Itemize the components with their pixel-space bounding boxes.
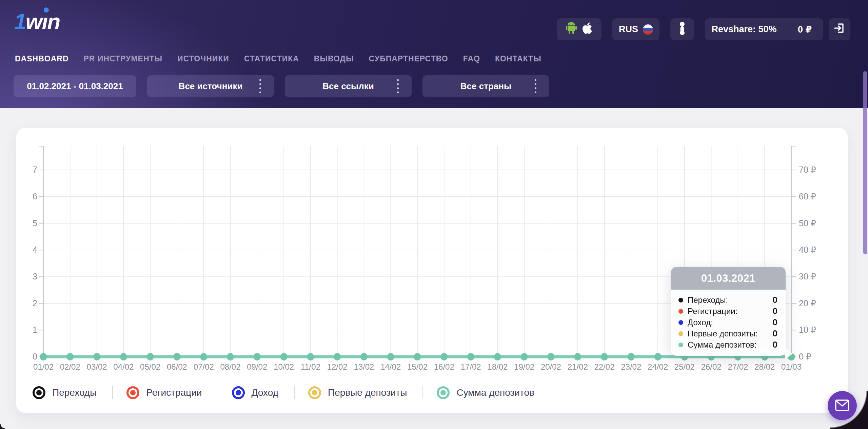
tooltip-value: 0: [773, 339, 777, 350]
legend-item-clicks[interactable]: Переходы: [33, 386, 97, 399]
filter-label: 01.02.2021 - 01.03.2021: [27, 81, 123, 92]
nav-item-subaffiliate[interactable]: СУБПАРТНЕРСТВО: [369, 54, 448, 63]
profile-button[interactable]: [670, 18, 694, 40]
legend-label: Первые депозиты: [328, 387, 407, 398]
main-nav: DASHBOARDPR ИНСТРУМЕНТЫИСТОЧНИКИСТАТИСТИ…: [15, 54, 541, 63]
series-dot-icon: [678, 309, 683, 314]
series-dot-icon: [678, 298, 683, 303]
nav-item-statistics[interactable]: СТАТИСТИКА: [244, 54, 299, 63]
filter-date-range[interactable]: 01.02.2021 - 01.03.2021: [14, 75, 136, 97]
filter-links[interactable]: Все ссылки: [285, 75, 412, 97]
nav-item-faq[interactable]: FAQ: [463, 54, 480, 63]
nav-item-pr-tools[interactable]: PR ИНСТРУМЕНТЫ: [84, 54, 163, 63]
language-selector[interactable]: RUS: [612, 18, 659, 40]
tooltip-label: Первые депозиты:: [688, 329, 758, 338]
series-dot-icon: [678, 331, 683, 336]
tooltip-row: Доход:0: [678, 317, 777, 328]
envelope-icon: [835, 399, 849, 412]
filter-label: Все ссылки: [322, 81, 374, 92]
tooltip-row: Переходы:0: [678, 294, 777, 306]
series-dot-icon: [678, 343, 683, 347]
user-icon: [678, 21, 687, 37]
tooltip-value: 0: [773, 295, 777, 305]
legend-label: Регистрации: [146, 387, 202, 398]
bullseye-icon: [33, 386, 45, 399]
chart-legend: ПереходыРегистрацииДоходПервые депозитыС…: [33, 383, 534, 403]
legend-separator: [112, 386, 113, 399]
filter-countries[interactable]: Все страны: [422, 75, 549, 97]
legend-separator: [218, 386, 218, 399]
header-actions: RUS Revshare: 50% 0 ₽: [557, 18, 850, 40]
bullseye-icon: [232, 386, 245, 399]
tooltip-row: Регистрации:0: [678, 306, 777, 317]
legend-item-deposits-sum[interactable]: Сумма депозитов: [437, 386, 534, 399]
nav-item-withdrawals[interactable]: ВЫВОДЫ: [314, 54, 354, 63]
legend-separator: [294, 386, 295, 399]
nav-item-dashboard[interactable]: DASHBOARD: [15, 54, 69, 63]
filter-sources[interactable]: Все источники: [147, 75, 274, 97]
chat-button[interactable]: [828, 391, 857, 420]
filters-bar: 01.02.2021 - 01.03.2021Все источникиВсе …: [14, 75, 549, 97]
language-label: RUS: [619, 24, 638, 35]
logout-icon: [834, 22, 845, 36]
series-dot-icon: [678, 320, 683, 325]
russia-flag-icon: [643, 24, 653, 35]
logo[interactable]: 1wın: [14, 10, 60, 33]
android-icon: [566, 22, 577, 37]
nav-item-contacts[interactable]: КОНТАКТЫ: [495, 54, 541, 63]
tooltip-value: 0: [773, 328, 777, 339]
legend-item-registrations[interactable]: Регистрации: [126, 386, 202, 399]
header: 1wın: [0, 0, 868, 108]
legend-item-income[interactable]: Доход: [232, 386, 279, 399]
tooltip-label: Сумма депозитов:: [688, 340, 756, 350]
legend-separator: [422, 386, 423, 399]
mobile-apps-button[interactable]: [557, 18, 601, 40]
tooltip-row: Сумма депозитов:0: [678, 339, 777, 350]
legend-item-first-deposits[interactable]: Первые депозиты: [308, 386, 407, 399]
tooltip-row: Первые депозиты:0: [678, 328, 777, 339]
bullseye-icon: [437, 386, 450, 399]
balance-value: 0 ₽: [785, 24, 825, 35]
revshare-label: Revshare: 50%: [703, 24, 785, 35]
tooltip-label: Регистрации:: [688, 307, 737, 316]
kebab-menu-icon[interactable]: [535, 79, 536, 93]
tooltip-value: 0: [773, 317, 777, 328]
scrollbar-thumb[interactable]: [863, 71, 867, 254]
filter-label: Все источники: [179, 81, 243, 92]
legend-label: Переходы: [52, 387, 97, 398]
bullseye-icon: [126, 386, 139, 399]
filter-label: Все страны: [460, 81, 511, 92]
tooltip-body: Переходы:0Регистрации:0Доход:0Первые деп…: [671, 290, 786, 356]
legend-label: Доход: [252, 387, 279, 398]
tooltip-caret-icon: [785, 348, 793, 359]
kebab-menu-icon[interactable]: [397, 79, 399, 93]
legend-label: Сумма депозитов: [456, 387, 534, 398]
nav-item-sources[interactable]: ИСТОЧНИКИ: [177, 54, 229, 63]
logout-button[interactable]: [829, 18, 850, 40]
tooltip-label: Переходы:: [688, 295, 728, 305]
revshare-pill[interactable]: Revshare: 50% 0 ₽: [705, 18, 823, 40]
tooltip-label: Доход:: [688, 318, 713, 327]
bullseye-icon: [308, 386, 321, 399]
kebab-menu-icon[interactable]: [259, 79, 261, 93]
apple-icon: [582, 22, 593, 37]
tooltip-date: 01.03.2021: [671, 267, 786, 290]
window-corner: [0, 424, 5, 429]
chart-tooltip: 01.03.2021 Переходы:0Регистрации:0Доход:…: [671, 267, 786, 356]
tooltip-value: 0: [773, 306, 777, 316]
